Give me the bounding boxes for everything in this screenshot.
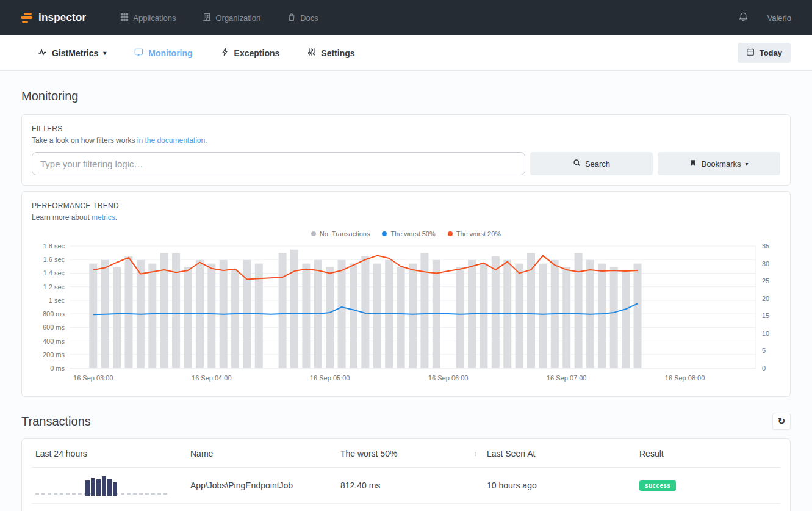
- svg-text:400 ms: 400 ms: [43, 338, 65, 345]
- performance-trend-title: PERFORMANCE TREND: [32, 201, 780, 210]
- sort-icon[interactable]: ↕: [473, 449, 477, 458]
- search-icon: [573, 159, 581, 169]
- nav-item-applications[interactable]: Applications: [120, 13, 176, 23]
- filters-hint: Take a look on how filters works in the …: [32, 136, 780, 145]
- tab-monitoring[interactable]: Monitoring: [134, 48, 192, 59]
- legend-dot: [311, 231, 316, 236]
- metrics-link[interactable]: metrics: [92, 213, 115, 222]
- calendar-icon: [746, 48, 755, 58]
- main-content: Monitoring FILTERS Take a look on how fi…: [0, 89, 812, 511]
- transaction-worst50: 812.40 ms: [336, 468, 482, 504]
- col-header-result: Result: [634, 439, 780, 468]
- filter-input[interactable]: [32, 152, 525, 175]
- bookmarks-button[interactable]: Bookmarks ▾: [658, 152, 780, 175]
- svg-text:1.8 sec: 1.8 sec: [43, 242, 65, 250]
- sliders-icon: [307, 48, 316, 58]
- chevron-down-icon: ▾: [103, 49, 106, 56]
- svg-text:1 sec: 1 sec: [49, 297, 65, 304]
- transaction-last-seen: 12 hours ago: [482, 504, 634, 511]
- svg-text:30: 30: [762, 260, 769, 267]
- trend-hint: Learn more about metrics.: [32, 213, 780, 222]
- transaction-last-seen: 10 hours ago: [482, 468, 634, 504]
- performance-trend-card: PERFORMANCE TREND Learn more about metri…: [21, 191, 791, 397]
- svg-text:16 Sep 06:00: 16 Sep 06:00: [428, 374, 468, 382]
- user-menu[interactable]: Valerio: [767, 13, 791, 23]
- refresh-button[interactable]: ↻: [772, 413, 791, 430]
- page-title: Monitoring: [21, 89, 791, 103]
- transaction-name: GET /: [185, 504, 336, 511]
- top-navbar: inspector Applications Organization Docs: [0, 0, 812, 35]
- bell-icon: [738, 12, 749, 24]
- transaction-name: App\Jobs\PingEndpointJob: [185, 468, 336, 504]
- col-header-last24h: Last 24 hours: [32, 439, 185, 468]
- refresh-icon: ↻: [778, 416, 786, 427]
- top-nav-links: Applications Organization Docs: [120, 13, 318, 23]
- notifications-button[interactable]: [738, 12, 749, 24]
- transaction-worst50: 11.19 ms: [336, 504, 482, 511]
- organization-building-icon: [203, 13, 211, 23]
- brand-name: inspector: [38, 12, 86, 24]
- svg-text:10: 10: [762, 330, 769, 337]
- bookmark-icon: [689, 159, 697, 169]
- col-header-name: Name: [185, 439, 336, 468]
- chevron-down-icon: ▾: [746, 161, 749, 167]
- nav-item-docs[interactable]: Docs: [287, 13, 318, 23]
- col-header-last-seen: Last Seen At: [482, 439, 634, 468]
- transactions-table: Last 24 hours Name The worst 50% ↕ Last …: [32, 439, 780, 511]
- transactions-tbody: App\Jobs\PingEndpointJob812.40 ms10 hour…: [32, 468, 780, 511]
- svg-text:15: 15: [762, 312, 769, 319]
- inspector-logo-icon: [21, 11, 32, 25]
- legend-dot: [382, 231, 387, 236]
- monitor-icon: [134, 48, 143, 59]
- bolt-icon: [221, 48, 229, 58]
- chart-legend: No. Transactions The worst 50% The worst…: [32, 230, 780, 237]
- svg-text:16 Sep 05:00: 16 Sep 05:00: [310, 374, 350, 382]
- transactions-table-card: Last 24 hours Name The worst 50% ↕ Last …: [21, 438, 791, 511]
- applications-grid-icon: [120, 13, 129, 23]
- legend-item-transactions[interactable]: No. Transactions: [311, 230, 370, 237]
- svg-text:16 Sep 04:00: 16 Sep 04:00: [192, 374, 231, 382]
- status-badge: success: [639, 480, 676, 491]
- filters-card-title: FILTERS: [32, 125, 780, 133]
- app-activity-icon: [38, 48, 47, 59]
- col-header-worst50[interactable]: The worst 50% ↕: [336, 439, 482, 468]
- transactions-title: Transactions: [21, 415, 91, 429]
- legend-dot: [448, 231, 453, 236]
- documentation-link[interactable]: in the documentation.: [137, 136, 207, 145]
- table-row[interactable]: GET /11.19 ms12 hours ago200: [32, 504, 780, 511]
- filters-card: FILTERS Take a look on how filters works…: [21, 114, 791, 186]
- app-selector-dropdown[interactable]: GistMetrics ▾: [38, 48, 106, 59]
- sparkline: [35, 475, 167, 496]
- svg-text:600 ms: 600 ms: [43, 324, 65, 331]
- svg-text:200 ms: 200 ms: [43, 351, 65, 358]
- svg-text:1.6 sec: 1.6 sec: [43, 256, 65, 263]
- performance-chart: 0 ms200 ms400 ms600 ms800 ms1 sec1.2 sec…: [32, 240, 781, 386]
- svg-text:16 Sep 07:00: 16 Sep 07:00: [547, 374, 586, 382]
- svg-text:1.4 sec: 1.4 sec: [43, 269, 65, 277]
- docs-bag-icon: [287, 13, 296, 23]
- svg-text:0 ms: 0 ms: [50, 364, 65, 372]
- svg-text:35: 35: [762, 242, 769, 250]
- legend-item-worst50[interactable]: The worst 50%: [382, 230, 435, 237]
- svg-text:800 ms: 800 ms: [43, 310, 65, 317]
- search-button[interactable]: Search: [530, 152, 653, 175]
- secondary-navbar: GistMetrics ▾ Monitoring Exceptions Sett…: [0, 35, 812, 71]
- table-row[interactable]: App\Jobs\PingEndpointJob812.40 ms10 hour…: [32, 468, 780, 504]
- svg-text:16 Sep 03:00: 16 Sep 03:00: [73, 374, 113, 382]
- svg-text:25: 25: [762, 277, 769, 284]
- nav-item-organization[interactable]: Organization: [203, 13, 260, 23]
- brand-home-link[interactable]: inspector: [21, 11, 86, 25]
- svg-text:20: 20: [762, 295, 769, 302]
- svg-text:0: 0: [762, 364, 766, 372]
- tab-exceptions[interactable]: Exceptions: [221, 48, 280, 58]
- svg-text:1.2 sec: 1.2 sec: [43, 283, 65, 291]
- tab-settings[interactable]: Settings: [307, 48, 354, 58]
- legend-item-worst20[interactable]: The worst 20%: [448, 230, 501, 237]
- today-button[interactable]: Today: [738, 43, 791, 63]
- svg-text:16 Sep 08:00: 16 Sep 08:00: [665, 374, 705, 382]
- svg-text:5: 5: [762, 347, 766, 354]
